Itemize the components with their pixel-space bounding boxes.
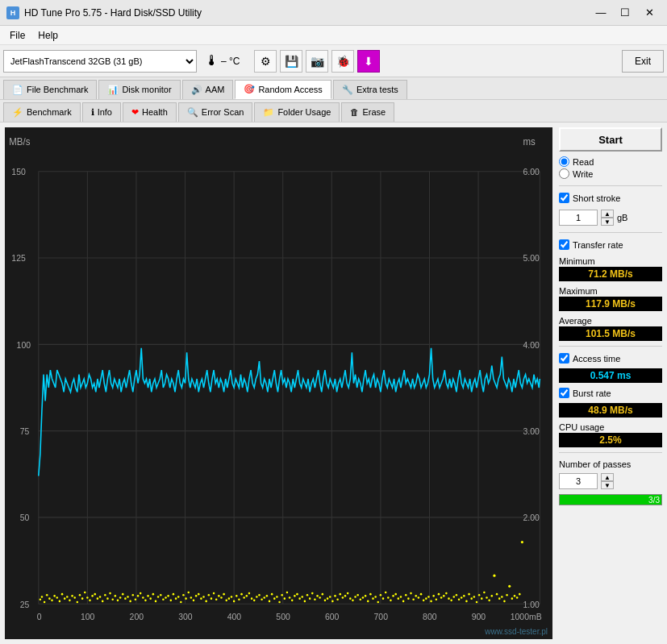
svg-point-170 [360,598,362,600]
menu-file[interactable]: File [3,28,31,43]
burst-rate-checkbox[interactable] [559,388,569,398]
start-button[interactable]: Start [559,127,662,152]
minimum-label: Minimum [559,256,662,266]
svg-point-185 [398,597,400,600]
svg-point-192 [415,595,418,597]
svg-text:3.00: 3.00 [523,426,539,436]
benchmark-icon: ⚡ [12,107,23,118]
toolbar-icon-1[interactable]: ⚙ [254,50,277,73]
svg-point-118 [228,597,231,600]
svg-point-93 [165,596,167,599]
svg-point-64 [91,595,94,597]
svg-point-148 [304,600,306,603]
svg-point-206 [450,600,452,602]
short-stroke-up[interactable]: ▲ [601,210,614,218]
divider-2 [559,232,662,233]
tab-file-benchmark[interactable]: 📄 File Benchmark [3,80,97,99]
svg-point-221 [488,600,490,602]
transfer-rate-checkbox[interactable] [559,239,569,250]
svg-point-43 [40,598,42,600]
svg-text:25: 25 [20,599,30,609]
svg-point-171 [362,596,365,599]
menu-help[interactable]: Help [31,28,65,43]
svg-point-111 [211,597,213,600]
svg-point-88 [152,593,155,596]
svg-point-79 [129,600,131,603]
svg-point-151 [311,592,314,595]
toolbar-icon-download[interactable]: ⬇ [357,50,380,73]
svg-point-184 [394,593,397,596]
folder-usage-icon: 📁 [263,107,274,118]
tab-random-access[interactable]: 🎯 Random Access [235,80,331,99]
svg-text:ms: ms [523,136,535,147]
read-radio-label[interactable]: Read [559,156,662,167]
svg-point-179 [382,597,385,600]
minimize-button[interactable]: — [590,4,612,22]
svg-point-85 [144,600,147,602]
average-stat: Average 101.5 MB/s [559,314,662,341]
device-select[interactable]: JetFlashTranscend 32GB (31 gB) [3,50,197,73]
burst-rate-checkbox-label[interactable]: Burst rate [559,388,662,398]
tab-erase[interactable]: 🗑 Erase [341,102,394,122]
svg-point-117 [225,600,227,602]
svg-point-129 [256,596,258,598]
svg-point-54 [66,596,69,598]
access-time-value: 0.547 ms [559,368,662,383]
svg-point-86 [147,595,149,597]
write-label: Write [573,169,593,179]
passes-down[interactable]: ▼ [601,481,614,489]
svg-point-136 [273,597,276,600]
tab-extra-tests[interactable]: 🔧 Extra tests [333,80,407,99]
passes-input[interactable] [559,473,598,489]
toolbar-icon-2[interactable]: 💾 [280,50,302,73]
close-button[interactable]: ✕ [638,4,661,22]
toolbar-icon-4[interactable]: 🐞 [331,50,354,73]
svg-point-132 [263,596,265,599]
write-radio-label[interactable]: Write [559,168,662,179]
tab-error-scan[interactable]: 🔍 Error Scan [178,102,253,122]
svg-point-77 [124,597,127,600]
svg-point-73 [115,595,117,597]
svg-point-120 [233,600,236,603]
short-stroke-checkbox[interactable] [559,193,569,203]
toolbar-icon-3[interactable]: 📷 [306,50,328,73]
write-radio[interactable] [559,168,569,179]
passes-up[interactable]: ▲ [601,473,614,481]
minimum-value: 71.2 MB/s [559,267,662,281]
svg-point-176 [374,596,377,598]
short-stroke-down[interactable]: ▼ [601,218,614,226]
maximum-stat: Maximum 117.9 MB/s [559,285,662,311]
svg-point-104 [193,600,195,602]
access-time-checkbox-label[interactable]: Access time [559,353,662,364]
tab-folder-usage[interactable]: 📁 Folder Usage [254,102,340,122]
svg-point-134 [269,600,271,603]
svg-point-222 [491,595,494,597]
read-radio[interactable] [559,156,569,167]
read-write-group: Read Write [559,155,662,181]
svg-point-101 [185,597,187,600]
svg-point-227 [503,600,506,603]
svg-point-230 [511,597,514,600]
svg-point-174 [369,593,372,596]
svg-point-116 [223,593,225,596]
short-stroke-input[interactable] [559,210,598,226]
short-stroke-checkbox-label[interactable]: Short stroke [559,193,662,203]
svg-text:1000mB: 1000mB [511,612,542,621]
tab-aam[interactable]: 🔊 AAM [182,80,234,99]
tab-health[interactable]: ❤ Health [123,102,177,122]
exit-button[interactable]: Exit [622,50,664,73]
svg-point-202 [440,596,443,599]
access-time-checkbox[interactable] [559,353,569,364]
health-icon: ❤ [131,107,139,118]
svg-point-113 [215,598,218,600]
transfer-rate-checkbox-label[interactable]: Transfer rate [559,239,662,250]
tab-disk-monitor[interactable]: 📊 Disk monitor [98,80,180,99]
svg-point-216 [476,601,478,604]
tab-info[interactable]: ℹ Info [82,102,121,122]
svg-point-159 [331,600,334,603]
svg-point-92 [162,598,165,600]
short-stroke-unit: gB [617,213,627,222]
svg-point-165 [347,592,349,595]
maximize-button[interactable]: ☐ [614,4,636,22]
tab-benchmark[interactable]: ⚡ Benchmark [3,102,81,122]
